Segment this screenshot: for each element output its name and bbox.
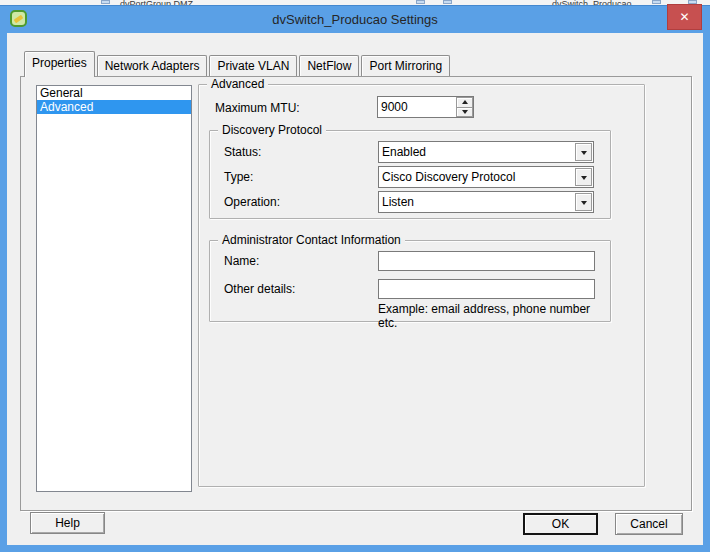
mtu-spinbox xyxy=(377,96,474,118)
status-value: Enabled xyxy=(382,142,573,162)
operation-label: Operation: xyxy=(224,191,280,213)
contact-example-hint: Example: email address, phone number etc… xyxy=(378,302,610,330)
portgroup-icon xyxy=(101,0,110,4)
list-item-advanced[interactable]: Advanced xyxy=(37,100,191,114)
type-dropdown[interactable]: Cisco Discovery Protocol xyxy=(378,166,594,188)
help-button[interactable]: Help xyxy=(30,512,105,534)
list-item-general[interactable]: General xyxy=(37,86,191,100)
status-label: Status: xyxy=(224,141,261,163)
chevron-down-icon xyxy=(581,151,587,155)
operation-dropdown-arrow[interactable] xyxy=(575,193,592,211)
mtu-label: Maximum MTU: xyxy=(215,97,300,119)
settings-category-list[interactable]: General Advanced xyxy=(36,85,192,492)
advanced-group: Advanced Maximum MTU: Discovery Protocol… xyxy=(198,84,645,487)
mtu-spin-buttons xyxy=(456,97,473,117)
tab-network-adapters[interactable]: Network Adapters xyxy=(97,55,208,76)
type-value: Cisco Discovery Protocol xyxy=(382,167,573,187)
screen: dvPortGroup DMZ dvSwitch_Producao dvSwit… xyxy=(0,0,710,552)
tab-properties[interactable]: Properties xyxy=(24,51,95,77)
tab-strip: Properties Network Adapters Private VLAN… xyxy=(24,46,452,77)
admin-contact-group: Administrator Contact Information Name: … xyxy=(209,240,611,322)
dvswitch-settings-dialog: dvSwitch_Producao Settings ✕ Properties … xyxy=(0,5,710,552)
cancel-button[interactable]: Cancel xyxy=(615,513,683,535)
other-details-input[interactable] xyxy=(378,279,595,299)
tab-netflow[interactable]: NetFlow xyxy=(299,55,359,76)
advanced-group-legend: Advanced xyxy=(207,77,268,91)
name-label: Name: xyxy=(224,251,259,271)
properties-tab-panel: General Advanced Advanced Maximum MTU: xyxy=(20,76,692,511)
type-dropdown-arrow[interactable] xyxy=(575,168,592,186)
up-arrow-icon xyxy=(462,100,468,104)
dialog-title: dvSwitch_Producao Settings xyxy=(0,6,710,33)
operation-value: Listen xyxy=(382,192,573,212)
close-icon: ✕ xyxy=(679,10,689,24)
background-toolbar-icon xyxy=(443,0,452,4)
operation-dropdown[interactable]: Listen xyxy=(378,191,594,213)
titlebar[interactable]: dvSwitch_Producao Settings ✕ xyxy=(0,6,710,33)
close-button[interactable]: ✕ xyxy=(667,4,702,30)
name-input[interactable] xyxy=(378,251,595,271)
down-arrow-icon xyxy=(462,110,468,114)
ok-button[interactable]: OK xyxy=(523,513,598,535)
other-details-label: Other details: xyxy=(224,279,295,299)
tab-private-vlan[interactable]: Private VLAN xyxy=(209,55,297,76)
type-label: Type: xyxy=(224,166,253,188)
admin-group-legend: Administrator Contact Information xyxy=(218,233,405,247)
chevron-down-icon xyxy=(581,201,587,205)
discovery-protocol-group: Discovery Protocol Status: Enabled Type:… xyxy=(209,130,611,219)
status-dropdown-arrow[interactable] xyxy=(575,143,592,161)
mtu-spin-down-button[interactable] xyxy=(456,107,473,118)
tab-port-mirroring[interactable]: Port Mirroring xyxy=(361,55,450,76)
discovery-group-legend: Discovery Protocol xyxy=(218,123,326,137)
background-toolbar-icon xyxy=(416,0,425,4)
dialog-body: Properties Network Adapters Private VLAN… xyxy=(7,33,703,545)
background-toolbar-icon xyxy=(652,0,661,4)
status-dropdown[interactable]: Enabled xyxy=(378,141,594,163)
chevron-down-icon xyxy=(581,176,587,180)
